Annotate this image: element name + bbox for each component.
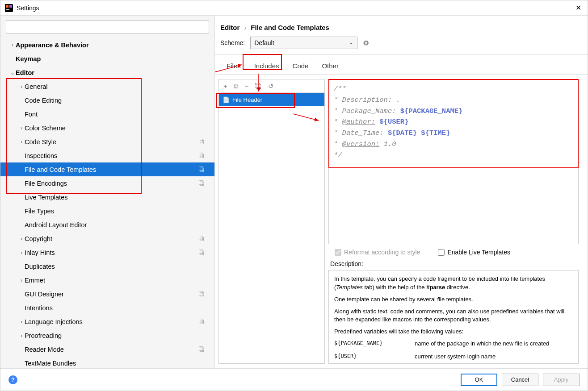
tree-item-file-and-code-templates[interactable]: File and Code Templates⿻	[0, 162, 214, 176]
tab-files[interactable]: Files	[226, 59, 242, 74]
tree-label: Editor	[16, 69, 34, 76]
tree-label: Font	[25, 111, 38, 118]
undo-icon[interactable]: ↺	[268, 82, 274, 90]
chevron-right-icon: ›	[244, 24, 246, 31]
sidebar: 🔍︎ ›Appearance & BehaviorKeymap⌄Editor›G…	[0, 16, 215, 368]
cancel-button[interactable]: Cancel	[502, 374, 538, 386]
tab-code[interactable]: Code	[292, 59, 310, 74]
scope-icon: ⿻	[199, 138, 205, 145]
svg-rect-2	[9, 5, 12, 8]
description-label: Description:	[328, 258, 579, 270]
tree-item-color-scheme[interactable]: ›Color Scheme	[0, 121, 214, 135]
tree-item-file-encodings[interactable]: File Encodings⿻	[0, 176, 214, 190]
tree-item-file-types[interactable]: File Types	[0, 204, 214, 218]
tree-item-inlay-hints[interactable]: ›Inlay Hints⿻	[0, 245, 214, 259]
tree-item-reader-mode[interactable]: Reader Mode⿻	[0, 342, 214, 356]
tree-item-appearance-behavior[interactable]: ›Appearance & Behavior	[0, 38, 214, 52]
chevron-icon: ›	[18, 236, 25, 242]
tree-item-language-injections[interactable]: ›Language Injections⿻	[0, 315, 214, 329]
template-label: File Header	[232, 96, 262, 103]
tree-item-general[interactable]: ›General	[0, 79, 214, 93]
tree-item-gui-designer[interactable]: GUI Designer⿻	[0, 287, 214, 301]
tree-label: Proofreading	[25, 332, 62, 339]
template-file-header[interactable]: 📄 File Header	[219, 93, 324, 106]
scope-icon: ⿻	[199, 166, 205, 173]
tree-label: General	[25, 83, 48, 90]
tree-item-inspections[interactable]: Inspections⿻	[0, 149, 214, 162]
tree-item-live-templates[interactable]: Live Templates	[0, 190, 214, 204]
scope-icon: ⿻	[199, 346, 205, 353]
tree-label: GUI Designer	[25, 291, 64, 298]
tree-label: Color Scheme	[25, 125, 66, 132]
tab-includes[interactable]: Includes	[253, 59, 280, 74]
file-icon: 📄	[223, 96, 230, 103]
live-templates-checkbox[interactable]: Enable Live Templates	[438, 249, 510, 256]
tree-label: Intentions	[25, 304, 53, 312]
app-icon	[5, 4, 13, 12]
chevron-icon: ›	[18, 319, 25, 325]
tree-label: Language Injections	[25, 318, 83, 325]
scope-icon: ⿻	[199, 152, 205, 159]
tree-item-editor[interactable]: ⌄Editor	[0, 66, 214, 79]
tree-label: Code Style	[25, 138, 56, 146]
tree-label: Emmet	[25, 277, 45, 284]
add-copy-icon[interactable]: ⧉	[234, 82, 239, 90]
svg-rect-3	[6, 9, 9, 10]
add-icon[interactable]: +	[223, 82, 227, 90]
code-editor[interactable]: /** * Description: . * Package_Name: ${P…	[328, 79, 579, 168]
scope-icon: ⿻	[199, 235, 205, 242]
tree-item-copyright[interactable]: ›Copyright⿻	[0, 232, 214, 245]
tree-item-proofreading[interactable]: ›Proofreading	[0, 329, 214, 342]
footer: ? OK Cancel Apply	[0, 368, 588, 391]
tree-label: Android Layout Editor	[25, 221, 87, 229]
scheme-label: Scheme:	[220, 39, 245, 46]
svg-rect-1	[6, 5, 8, 8]
tree-label: Copyright	[25, 235, 52, 242]
chevron-icon: ›	[18, 83, 25, 90]
tree-item-android-layout-editor[interactable]: Android Layout Editor	[0, 218, 214, 232]
scope-icon: ⿻	[199, 180, 205, 187]
tree-item-keymap[interactable]: Keymap	[0, 52, 214, 66]
tree-item-code-style[interactable]: ›Code Style⿻	[0, 135, 214, 149]
chevron-icon: ⌄	[9, 70, 16, 76]
chevron-icon: ›	[18, 277, 25, 283]
ok-button[interactable]: OK	[461, 374, 497, 386]
reformat-checkbox: Reformat according to style	[335, 249, 420, 256]
scope-icon: ⿻	[199, 249, 205, 256]
remove-icon[interactable]: −	[245, 82, 249, 90]
tree-label: Inlay Hints	[25, 249, 55, 256]
tree-label: Appearance & Behavior	[16, 42, 89, 49]
gear-icon[interactable]: ⚙	[363, 39, 369, 47]
copy-icon[interactable]: ⿻	[255, 82, 262, 90]
help-icon[interactable]: ?	[8, 375, 17, 384]
tree-item-textmate-bundles[interactable]: TextMate Bundles	[0, 356, 214, 368]
close-icon[interactable]: ✕	[574, 4, 583, 12]
tree-label: Inspections	[25, 152, 57, 159]
tree-label: Reader Mode	[25, 346, 64, 353]
breadcrumb-editor[interactable]: Editor	[220, 24, 239, 31]
tree-item-intentions[interactable]: Intentions	[0, 301, 214, 315]
editor-empty-area[interactable]	[328, 168, 579, 244]
tab-other[interactable]: Other	[321, 59, 340, 74]
tree-label: File Encodings	[25, 180, 67, 187]
chevron-icon: ›	[18, 250, 25, 256]
tree-label: Code Editing	[25, 97, 62, 104]
apply-button[interactable]: Apply	[543, 374, 580, 386]
search-input[interactable]	[6, 20, 209, 33]
scheme-select[interactable]: Default	[250, 37, 357, 49]
chevron-icon: ›	[9, 42, 16, 48]
tree-item-code-editing[interactable]: Code Editing	[0, 93, 214, 107]
template-list-panel: + ⧉ − ⿻ ↺ 📄 File Header	[218, 79, 325, 364]
tree-label: Keymap	[16, 55, 41, 62]
live-check-input[interactable]	[438, 249, 445, 256]
tree-item-font[interactable]: Font	[0, 107, 214, 121]
chevron-icon: ›	[18, 333, 25, 339]
tree-item-duplicates[interactable]: Duplicates	[0, 259, 214, 273]
tree-label: Live Templates	[25, 194, 67, 201]
description-box[interactable]: In this template, you can specify a code…	[328, 270, 579, 364]
tree-label: File Types	[25, 208, 54, 215]
tree-label: Duplicates	[25, 263, 55, 270]
tabs: Files Includes Code Other	[215, 55, 588, 75]
tree-item-emmet[interactable]: ›Emmet	[0, 273, 214, 287]
breadcrumb-current: File and Code Templates	[251, 24, 329, 31]
